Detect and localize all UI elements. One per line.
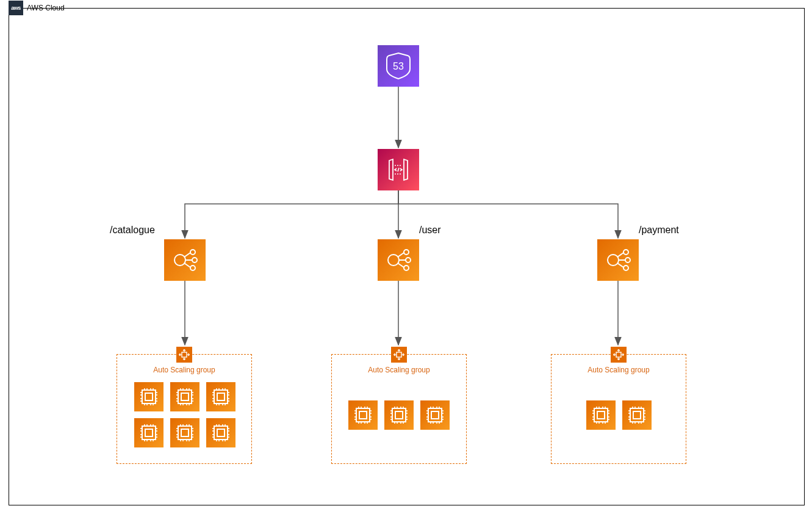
path-label-catalogue: /catalogue bbox=[110, 225, 155, 236]
ec2-instance-icon bbox=[134, 382, 163, 411]
diagram-canvas: 53 /catalogue /user /payment bbox=[9, 9, 804, 505]
aws-cloud-frame: aws AWS Cloud bbox=[9, 8, 805, 505]
svg-line-16 bbox=[398, 253, 404, 257]
autoscaling-icon bbox=[611, 347, 627, 363]
svg-rect-222 bbox=[633, 411, 641, 419]
svg-rect-103 bbox=[178, 426, 192, 440]
svg-rect-163 bbox=[395, 411, 403, 419]
svg-rect-85 bbox=[142, 426, 156, 440]
svg-rect-139 bbox=[397, 352, 401, 357]
path-label-user: /user bbox=[419, 225, 441, 236]
svg-rect-203 bbox=[594, 408, 608, 422]
svg-rect-180 bbox=[428, 408, 442, 422]
svg-rect-32 bbox=[145, 393, 153, 400]
svg-rect-145 bbox=[359, 411, 367, 419]
ec2-grid-user bbox=[332, 400, 466, 430]
svg-rect-204 bbox=[597, 411, 605, 419]
path-label-payment: /payment bbox=[639, 225, 679, 236]
svg-rect-121 bbox=[214, 426, 228, 440]
ec2-instance-icon bbox=[384, 400, 414, 430]
svg-point-12 bbox=[388, 255, 399, 266]
autoscaling-group-user: Auto Scaling group bbox=[331, 354, 467, 464]
svg-line-25 bbox=[617, 263, 623, 267]
ec2-instance-icon bbox=[206, 382, 235, 411]
svg-rect-122 bbox=[217, 429, 225, 436]
svg-point-5 bbox=[174, 255, 185, 266]
autoscaling-group-label: Auto Scaling group bbox=[153, 366, 215, 374]
svg-rect-104 bbox=[181, 429, 189, 436]
api-gateway-icon bbox=[378, 149, 419, 190]
route53-icon: 53 bbox=[378, 45, 419, 87]
svg-rect-162 bbox=[392, 408, 406, 422]
autoscaling-icon bbox=[391, 347, 407, 363]
ec2-grid-catalogue bbox=[117, 382, 253, 447]
svg-point-14 bbox=[406, 258, 411, 262]
svg-rect-198 bbox=[616, 352, 621, 357]
svg-rect-144 bbox=[356, 408, 370, 422]
svg-rect-26 bbox=[182, 352, 187, 357]
autoscaling-group-catalogue: Auto Scaling group bbox=[117, 354, 252, 464]
svg-line-23 bbox=[617, 253, 623, 257]
autoscaling-group-label: Auto Scaling group bbox=[368, 366, 429, 374]
elb-catalogue-icon bbox=[164, 239, 206, 281]
svg-point-22 bbox=[623, 266, 628, 270]
elb-payment-icon bbox=[597, 239, 639, 281]
autoscaling-group-payment: Auto Scaling group bbox=[551, 354, 686, 464]
svg-rect-181 bbox=[431, 411, 439, 419]
svg-point-21 bbox=[625, 258, 630, 262]
ec2-instance-icon bbox=[420, 400, 450, 430]
svg-rect-221 bbox=[630, 408, 644, 422]
ec2-instance-icon bbox=[206, 418, 235, 447]
svg-point-13 bbox=[404, 250, 409, 255]
svg-point-7 bbox=[192, 258, 197, 262]
connector-apigateway-catalogue bbox=[185, 190, 398, 238]
svg-point-15 bbox=[404, 266, 409, 270]
svg-rect-49 bbox=[178, 390, 192, 404]
ec2-grid-payment bbox=[552, 400, 686, 430]
svg-point-8 bbox=[190, 266, 195, 270]
svg-point-6 bbox=[190, 250, 195, 255]
svg-point-19 bbox=[608, 255, 619, 266]
svg-rect-31 bbox=[142, 390, 156, 404]
svg-rect-86 bbox=[145, 429, 153, 436]
svg-text:53: 53 bbox=[393, 61, 404, 71]
ec2-instance-icon bbox=[134, 418, 163, 447]
svg-line-18 bbox=[398, 263, 404, 267]
autoscaling-icon bbox=[176, 347, 192, 363]
ec2-instance-icon bbox=[170, 418, 199, 447]
ec2-instance-icon bbox=[586, 400, 616, 430]
autoscaling-group-label: Auto Scaling group bbox=[587, 366, 649, 374]
svg-line-9 bbox=[184, 253, 190, 257]
svg-rect-50 bbox=[181, 393, 189, 400]
svg-rect-68 bbox=[217, 393, 225, 400]
svg-rect-67 bbox=[214, 390, 228, 404]
svg-line-4 bbox=[398, 168, 399, 172]
svg-line-11 bbox=[184, 263, 190, 267]
ec2-instance-icon bbox=[170, 382, 199, 411]
elb-user-icon bbox=[378, 239, 419, 281]
ec2-instance-icon bbox=[348, 400, 378, 430]
svg-point-20 bbox=[623, 250, 628, 255]
ec2-instance-icon bbox=[622, 400, 652, 430]
